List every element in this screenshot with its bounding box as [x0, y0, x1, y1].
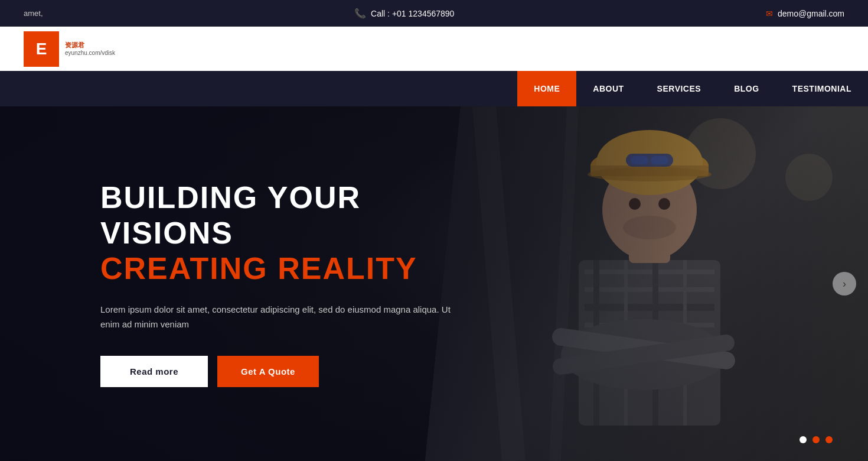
logo-letter: E: [36, 40, 47, 59]
logo[interactable]: E 资源君 eyunzhu.com/vdisk: [24, 31, 115, 67]
slide-dots: [800, 436, 833, 443]
header-row: E 资源君 eyunzhu.com/vdisk Brincht: [0, 27, 868, 71]
hero-description: Lorem ipsum dolor sit amet, consectetur …: [100, 303, 455, 332]
dot-3[interactable]: [825, 436, 833, 443]
top-bar-left-text: amet,: [24, 9, 43, 18]
top-bar: amet, 📞 Call : +01 1234567890 ✉ demo@gma…: [0, 0, 868, 27]
hero-content: BUILDING YOUR VISIONS CREATING REALITY L…: [0, 180, 472, 387]
hero-title-line2: CREATING REALITY: [100, 251, 472, 287]
top-bar-phone[interactable]: 📞 Call : +01 1234567890: [354, 8, 454, 19]
nav-blog[interactable]: BLOG: [717, 71, 775, 106]
logo-text-block: 资源君 eyunzhu.com/vdisk: [65, 41, 115, 57]
nav-home[interactable]: HOME: [517, 71, 576, 106]
nav-testimonial[interactable]: TESTIMONIAL: [776, 71, 868, 106]
mail-icon: ✉: [766, 9, 773, 18]
dot-1[interactable]: [800, 436, 807, 443]
read-more-button[interactable]: Read more: [100, 356, 208, 387]
get-quote-button[interactable]: Get A Quote: [217, 356, 319, 387]
nav-services[interactable]: SERVICES: [641, 71, 718, 106]
top-bar-email[interactable]: ✉ demo@gmail.com: [766, 9, 844, 18]
hero-title-line1: BUILDING YOUR VISIONS: [100, 180, 472, 251]
phone-number: Call : +01 1234567890: [371, 9, 454, 18]
logo-sub-text2: eyunzhu.com/vdisk: [65, 49, 115, 57]
next-slide-arrow[interactable]: ›: [833, 272, 856, 296]
logo-sub-text1: 资源君: [65, 41, 115, 49]
hero-section: BUILDING YOUR VISIONS CREATING REALITY L…: [0, 106, 868, 461]
dot-2[interactable]: [812, 436, 820, 443]
arrow-icon: ›: [843, 278, 846, 290]
email-address: demo@gmail.com: [778, 9, 844, 18]
logo-box: E: [24, 31, 59, 67]
nav-links: HOME ABOUT SERVICES BLOG TESTIMONIAL: [517, 71, 868, 106]
navbar: HOME ABOUT SERVICES BLOG TESTIMONIAL: [0, 71, 868, 106]
phone-icon: 📞: [354, 8, 366, 19]
nav-about[interactable]: ABOUT: [576, 71, 640, 106]
top-bar-left: amet,: [24, 9, 43, 18]
hero-buttons: Read more Get A Quote: [100, 356, 472, 387]
